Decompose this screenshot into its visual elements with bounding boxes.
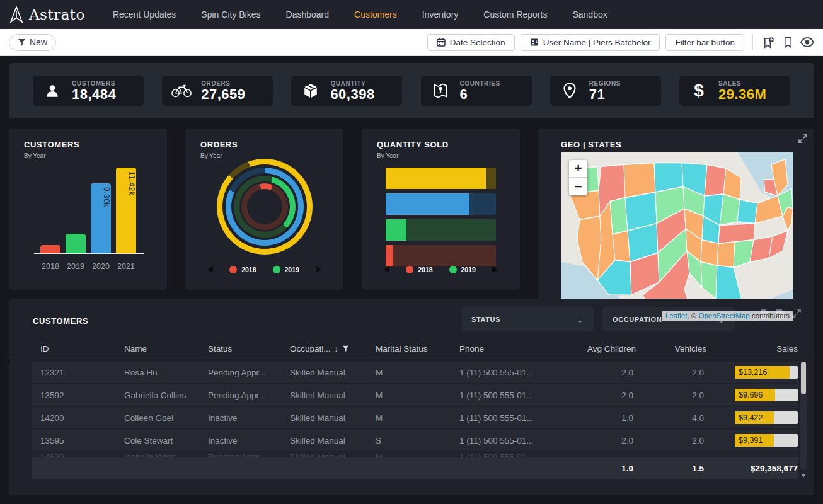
- x-tick-label: 2019: [66, 262, 86, 271]
- column-header-status[interactable]: Status: [208, 344, 290, 353]
- legend-item-2018[interactable]: 2018: [229, 266, 256, 273]
- nav-item-recent-updates[interactable]: Recent Updates: [100, 0, 188, 29]
- brand[interactable]: Astrato: [9, 6, 85, 23]
- cell-id: 13595: [40, 436, 124, 445]
- expand-icon[interactable]: [798, 134, 808, 146]
- scrollbar-down-arrow[interactable]: [801, 474, 806, 478]
- nav-item-custom-reports[interactable]: Custom Reports: [471, 0, 560, 29]
- column-header-name[interactable]: Name: [124, 344, 208, 353]
- column-header-phone[interactable]: Phone: [459, 344, 565, 353]
- column-header-marital-status[interactable]: Marital Status: [376, 344, 459, 353]
- bookmark-add-icon[interactable]: [761, 35, 775, 49]
- customers-chart-title: CUSTOMERS: [24, 140, 167, 149]
- nav-item-inventory[interactable]: Inventory: [410, 0, 471, 29]
- table-row-partial[interactable]: 14630Isabella WardPending Appr...Skilled…: [32, 452, 798, 457]
- status-dropdown[interactable]: STATUS ⌄: [461, 307, 594, 331]
- donut-chart[interactable]: [185, 159, 343, 255]
- kpi-card-countries: COUNTRIES6: [421, 76, 532, 106]
- table-scrollbar[interactable]: [800, 362, 807, 470]
- user-name-button[interactable]: User Name | Piers Batchelor: [521, 34, 660, 51]
- column-header-avg-children[interactable]: Avg Children: [565, 344, 636, 353]
- customers-chart-subtitle: By Year: [24, 152, 167, 159]
- legend-prev-arrow[interactable]: [384, 266, 389, 273]
- bar-2020[interactable]: 9.30k: [91, 183, 111, 253]
- donut-ring-2021[interactable]: [217, 159, 313, 255]
- nav-item-customers[interactable]: Customers: [342, 0, 410, 29]
- hbar-chart[interactable]: [386, 168, 496, 266]
- nav-item-sandbox[interactable]: Sandbox: [560, 0, 619, 29]
- column-header-occupati-[interactable]: Occupati...↓: [290, 344, 376, 353]
- quantity-chart-subtitle: By Year: [377, 152, 520, 159]
- column-header-sales[interactable]: Sales: [706, 344, 798, 353]
- hbar-2021[interactable]: [386, 168, 496, 189]
- column-filter-icon[interactable]: [342, 345, 349, 352]
- cell-phone: 1 (11) 500 555-01...: [459, 436, 565, 445]
- donut-ring-2020[interactable]: [226, 168, 304, 246]
- package-icon: [300, 83, 321, 99]
- new-filter-pill[interactable]: New: [9, 34, 56, 51]
- table-totals-row: 1.01.5$29,358,677: [32, 457, 798, 479]
- occupation-dropdown-label: OCCUPATION: [613, 316, 662, 323]
- hbar-2020[interactable]: [386, 193, 496, 215]
- zoom-out-button[interactable]: −: [569, 178, 587, 195]
- column-label: ID: [40, 344, 49, 353]
- legend-item-2019[interactable]: 2019: [449, 266, 476, 273]
- hbar-2019[interactable]: [386, 219, 496, 241]
- quantity-chart-title: QUANTITY SOLD: [377, 140, 520, 149]
- kpi-card-regions: REGIONS71: [550, 76, 661, 106]
- bar-2018[interactable]: [40, 245, 60, 253]
- user-name-label: User Name | Piers Batchelor: [543, 38, 651, 47]
- donut-ring-2018[interactable]: [241, 183, 288, 230]
- leaflet-map[interactable]: + − Leaflet, © OpenStreetMap contributor…: [561, 152, 793, 321]
- date-selection-button[interactable]: Date Selection: [427, 34, 515, 51]
- sales-value: $9,696: [739, 389, 763, 401]
- bookmark-icon[interactable]: [781, 35, 795, 49]
- brand-name: Astrato: [29, 6, 85, 23]
- x-tick-label: 2020: [91, 262, 111, 271]
- donut-ring-2019[interactable]: [234, 176, 296, 238]
- table-row[interactable]: 12321Rosa HuPending Appr...Skilled Manua…: [32, 362, 798, 383]
- legend-prev-arrow[interactable]: [207, 266, 213, 273]
- bar-value-label: 9.30k: [91, 187, 111, 207]
- new-filter-label: New: [30, 37, 47, 47]
- map-icon: [430, 82, 451, 100]
- x-tick-label: 2021: [116, 262, 136, 271]
- cell-phone: 1 (11) 500 555-01...: [459, 368, 565, 377]
- scrollbar-thumb[interactable]: [801, 362, 806, 394]
- osm-link[interactable]: OpenStreetMap: [699, 312, 750, 319]
- legend-dot: [406, 266, 413, 273]
- bar-2021[interactable]: 11.42k: [116, 168, 136, 253]
- cell-id: 12321: [40, 368, 124, 377]
- legend-item-2019[interactable]: 2019: [273, 266, 299, 273]
- eye-icon[interactable]: [800, 35, 814, 49]
- funnel-icon: [18, 38, 26, 47]
- table-row[interactable]: 13592Gabriella CollinsPending Appr...Ski…: [32, 384, 798, 406]
- cell-phone: 1 (11) 500 555-01...: [459, 452, 565, 457]
- nav-item-dashboard[interactable]: Dashboard: [273, 0, 342, 29]
- cell-children: 1.0: [565, 413, 636, 423]
- column-label: Marital Status: [376, 344, 428, 353]
- legend-next-arrow[interactable]: [492, 266, 498, 273]
- nav-item-spin-city-bikes[interactable]: Spin City Bikes: [188, 0, 273, 29]
- hbar-fill: [386, 168, 486, 189]
- kpi-value: 29.36M: [718, 88, 766, 101]
- legend-next-arrow[interactable]: [316, 266, 321, 273]
- column-label: Name: [124, 344, 147, 353]
- column-header-vehicles[interactable]: Vehicles: [636, 344, 706, 353]
- leaflet-link[interactable]: Leaflet: [665, 312, 688, 319]
- legend-item-2018[interactable]: 2018: [406, 266, 432, 273]
- hbar-fill: [386, 193, 469, 215]
- column-header-id[interactable]: ID: [40, 344, 124, 353]
- total-children: 1.0: [565, 464, 636, 473]
- kpi-card-quantity: QUANTITY60,398: [291, 76, 402, 106]
- zoom-in-button[interactable]: +: [569, 160, 587, 178]
- legend-dot: [229, 266, 237, 273]
- table-row[interactable]: 14200Colleen GoelInactiveSkilled ManualM…: [32, 407, 798, 428]
- sales-bar-track: $9,391: [735, 434, 798, 447]
- filter-bar-button[interactable]: Filter bar button: [665, 34, 744, 51]
- bar-2019[interactable]: [66, 234, 86, 253]
- bar-chart[interactable]: 9.30k11.42k: [40, 168, 136, 253]
- table-row[interactable]: 13595Cole StewartInactiveSkilled ManualS…: [32, 430, 798, 451]
- cell-vehicles: 4.0: [636, 413, 706, 423]
- hbar-2018[interactable]: [386, 245, 496, 266]
